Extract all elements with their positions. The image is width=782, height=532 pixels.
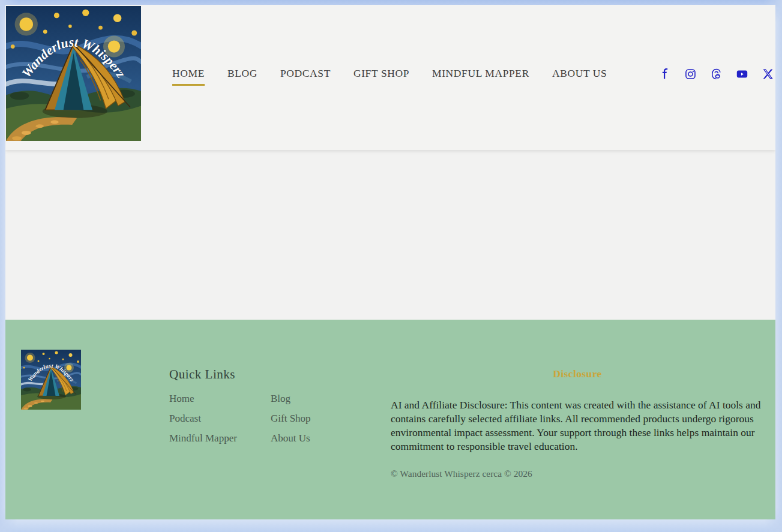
- copyright-text: © Wanderlust Whisperz cerca © 2026: [391, 468, 764, 479]
- nav-item-home[interactable]: HOME: [172, 67, 205, 86]
- footer-link-gift-shop[interactable]: Gift Shop: [271, 413, 379, 432]
- nav-item-podcast[interactable]: PODCAST: [280, 67, 331, 86]
- disclosure-title: Disclosure: [391, 368, 764, 380]
- footer-logo[interactable]: [21, 350, 81, 410]
- starry-tent-logo-image: [6, 6, 141, 141]
- main-navigation: HOME BLOG PODCAST GIFT SHOP MINDFUL MAPP…: [172, 67, 607, 86]
- nav-item-gift-shop[interactable]: GIFT SHOP: [353, 67, 409, 86]
- quick-links-grid: Home Podcast Mindful Mapper Blog Gift Sh…: [169, 393, 379, 452]
- disclosure-section: Disclosure AI and Affiliate Disclosure: …: [391, 368, 764, 479]
- nav-item-mindful-mapper[interactable]: MINDFUL MAPPER: [432, 67, 529, 86]
- x-icon[interactable]: [762, 68, 774, 80]
- site-logo[interactable]: [6, 6, 141, 141]
- footer-link-mindful-mapper[interactable]: Mindful Mapper: [169, 432, 271, 452]
- main-content-empty: [5, 150, 775, 320]
- site-footer: Quick Links Home Podcast Mindful Mapper …: [5, 320, 775, 519]
- footer-link-podcast[interactable]: Podcast: [169, 413, 271, 432]
- nav-item-about-us[interactable]: ABOUT US: [552, 67, 607, 86]
- footer-link-home[interactable]: Home: [169, 393, 271, 413]
- nav-item-blog[interactable]: BLOG: [227, 67, 257, 86]
- quick-links-title: Quick Links: [169, 367, 379, 382]
- footer-link-blog[interactable]: Blog: [271, 393, 379, 413]
- footer-link-about-us[interactable]: About Us: [271, 432, 379, 452]
- quick-links-section: Quick Links Home Podcast Mindful Mapper …: [169, 367, 379, 452]
- site-header: HOME BLOG PODCAST GIFT SHOP MINDFUL MAPP…: [5, 5, 775, 150]
- instagram-icon[interactable]: [685, 68, 696, 80]
- starry-tent-logo-image-small: [21, 350, 81, 410]
- facebook-icon[interactable]: [659, 68, 670, 80]
- threads-icon[interactable]: [711, 68, 722, 80]
- site-page: HOME BLOG PODCAST GIFT SHOP MINDFUL MAPP…: [5, 5, 775, 519]
- social-links: [659, 68, 774, 80]
- disclosure-text: AI and Affiliate Disclosure: This conten…: [391, 398, 764, 453]
- youtube-icon[interactable]: [736, 68, 748, 80]
